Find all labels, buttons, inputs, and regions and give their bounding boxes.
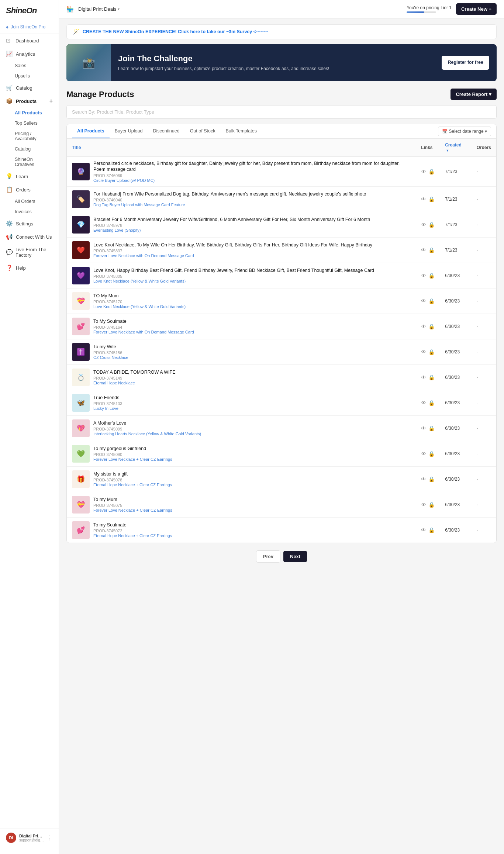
sidebar-item-all-products[interactable]: All Products	[0, 108, 59, 118]
product-title[interactable]: Personalized circle necklaces, Birthday …	[93, 160, 411, 173]
table-row: 💖 A Mother's Love PROD-3745099 Interlock…	[67, 415, 496, 441]
sidebar-item-invoices[interactable]: Invoices	[0, 207, 59, 217]
sidebar-item-pricing[interactable]: Pricing / Availability	[0, 128, 59, 144]
product-title[interactable]: Love Knot Necklace, To My Wife On Her Bi…	[93, 242, 411, 248]
sidebar-item-live-factory[interactable]: 💬 Live From The Factory	[0, 243, 59, 261]
sidebar-item-products[interactable]: 📦 Products +	[0, 94, 59, 108]
banner-link[interactable]: CREATE THE NEW ShineOn EXPERIENCE! Click…	[83, 29, 268, 34]
orders-count: -	[472, 441, 496, 466]
product-thumbnail: ❤️	[72, 241, 90, 259]
lock-icon[interactable]: 🔒	[428, 298, 435, 304]
lock-icon[interactable]: 🔒	[428, 400, 435, 406]
tab-buyer-upload[interactable]: Buyer Upload	[110, 124, 148, 138]
view-icon[interactable]: 👁	[421, 476, 426, 482]
sidebar-item-help[interactable]: ❓ Help	[0, 261, 59, 274]
view-icon[interactable]: 👁	[421, 222, 426, 228]
view-icon[interactable]: 👁	[421, 324, 426, 329]
tab-out-of-stock[interactable]: Out of Stock	[185, 124, 221, 138]
sidebar-item-sales[interactable]: Sales	[0, 60, 59, 71]
prev-button[interactable]: Prev	[256, 550, 280, 563]
search-input[interactable]	[72, 109, 491, 115]
sidebar-item-settings[interactable]: ⚙️ Settings	[0, 217, 59, 230]
col-created[interactable]: Created ▼	[440, 139, 471, 157]
challenge-title: Join The Challenge	[118, 54, 434, 63]
view-icon[interactable]: 👁	[421, 502, 426, 508]
view-icon[interactable]: 👁	[421, 273, 426, 279]
table-row: 💝 TO My Mum PROD-3745170 Love Knot Neckl…	[67, 288, 496, 314]
orders-count: -	[472, 339, 496, 364]
view-icon[interactable]: 👁	[421, 527, 426, 533]
view-icon[interactable]: 👁	[421, 298, 426, 304]
lock-icon[interactable]: 🔒	[428, 374, 435, 380]
view-icon[interactable]: 👁	[421, 425, 426, 431]
view-icon[interactable]: 👁	[421, 349, 426, 355]
product-title[interactable]: To my gorgeous Girlfriend	[93, 446, 411, 452]
sidebar-item-all-orders[interactable]: All Orders	[0, 196, 59, 207]
filter-tabs: All Products Buyer Upload Discontinued O…	[67, 124, 496, 139]
lock-icon[interactable]: 🔒	[428, 273, 435, 279]
lock-icon[interactable]: 🔒	[428, 527, 435, 533]
lock-icon[interactable]: 🔒	[428, 169, 435, 174]
store-select[interactable]: Digital Print Deals ▾	[78, 6, 120, 12]
analytics-icon: 📈	[6, 51, 13, 57]
product-id: PROD-3745103	[93, 401, 411, 406]
product-title[interactable]: TODAY A BRIDE, TOMORROW A WIFE	[93, 369, 411, 375]
product-links: 👁 🔒	[416, 212, 440, 237]
product-title[interactable]: Love Knot, Happy Birthday Best Friend Gi…	[93, 267, 411, 273]
product-title[interactable]: A Mother's Love	[93, 420, 411, 426]
product-title[interactable]: For Husband| From Wife Personalized Dog …	[93, 191, 411, 197]
tab-bulk-templates[interactable]: Bulk Templates	[220, 124, 262, 138]
join-pro-button[interactable]: ♦ Join ShineOn Pro	[0, 20, 59, 34]
create-report-button[interactable]: Create Report ▾	[451, 89, 497, 100]
sidebar-item-orders[interactable]: 📋 Orders	[0, 183, 59, 196]
view-icon[interactable]: 👁	[421, 400, 426, 406]
col-title[interactable]: Title	[67, 139, 416, 157]
date-range-select[interactable]: 📅 Select date range ▾	[438, 127, 491, 136]
product-title[interactable]: To My Soulmate	[93, 318, 411, 324]
lock-icon[interactable]: 🔒	[428, 451, 435, 457]
sidebar-item-dashboard[interactable]: ⊡ Dashboard	[0, 34, 59, 47]
footer-more-icon[interactable]: ⋮	[47, 834, 53, 841]
next-button[interactable]: Next	[283, 551, 307, 562]
products-plus-icon[interactable]: +	[49, 98, 53, 104]
view-icon[interactable]: 👁	[421, 247, 426, 253]
product-type: Everlasting Love (Shopify)	[93, 228, 411, 232]
sidebar-item-upsells[interactable]: Upsells	[0, 71, 59, 81]
tab-all-products[interactable]: All Products	[72, 124, 110, 138]
view-icon[interactable]: 👁	[421, 451, 426, 457]
lock-icon[interactable]: 🔒	[428, 247, 435, 253]
view-icon[interactable]: 👁	[421, 169, 426, 174]
created-date: 6/30/23	[440, 492, 471, 517]
product-title[interactable]: To my Mum	[93, 497, 411, 502]
view-icon[interactable]: 👁	[421, 374, 426, 380]
tab-discontinued[interactable]: Discontinued	[148, 124, 184, 138]
product-cell: 🎁 My sister is a gift PROD-3745078 Etern…	[67, 466, 416, 492]
product-title[interactable]: To my Soulmate	[93, 522, 411, 528]
product-type: Circle Buyer Upload (w/ POD MC)	[93, 178, 411, 183]
lock-icon[interactable]: 🔒	[428, 196, 435, 202]
sidebar-item-shineon-creatives[interactable]: ShineOn Creatives	[0, 154, 59, 170]
product-title[interactable]: My sister is a gift	[93, 471, 411, 477]
sidebar-item-top-sellers[interactable]: Top Sellers	[0, 118, 59, 128]
lock-icon[interactable]: 🔒	[428, 349, 435, 355]
challenge-register-button[interactable]: Register for free	[442, 56, 489, 70]
lock-icon[interactable]: 🔒	[428, 324, 435, 329]
lock-icon[interactable]: 🔒	[428, 425, 435, 431]
product-title[interactable]: To my Wife	[93, 344, 411, 350]
create-new-button[interactable]: Create New +	[456, 3, 497, 15]
lock-icon[interactable]: 🔒	[428, 222, 435, 228]
lock-icon[interactable]: 🔒	[428, 476, 435, 482]
sidebar-item-catalog[interactable]: 🛒 Catalog	[0, 81, 59, 94]
sidebar-item-connect[interactable]: 📢 Connect With Us	[0, 230, 59, 243]
view-icon[interactable]: 👁	[421, 196, 426, 202]
product-type: Eternal Hope Necklace	[93, 381, 411, 385]
sidebar-item-catalog-sub[interactable]: Catalog	[0, 144, 59, 154]
product-title[interactable]: True Friends	[93, 395, 411, 401]
lock-icon[interactable]: 🔒	[428, 502, 435, 508]
help-icon: ❓	[6, 265, 13, 271]
product-title[interactable]: TO My Mum	[93, 293, 411, 299]
sidebar-item-analytics[interactable]: 📈 Analytics	[0, 47, 59, 60]
product-title[interactable]: Bracelet For 6 Month Anniversary Jewelry…	[93, 217, 411, 222]
product-id: PROD-3745078	[93, 478, 411, 482]
sidebar-item-learn[interactable]: 💡 Learn	[0, 170, 59, 183]
